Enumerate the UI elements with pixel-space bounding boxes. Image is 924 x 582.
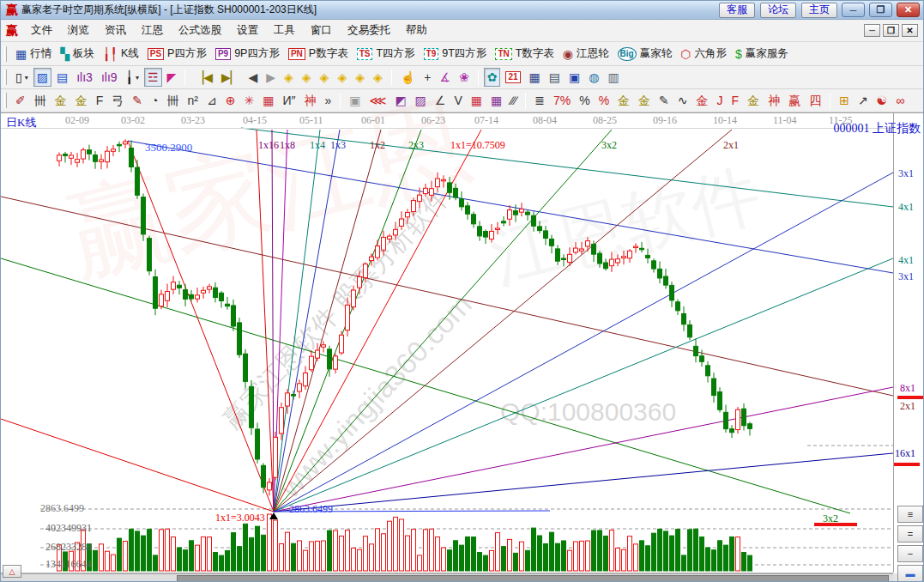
menu-item-公式选股[interactable]: 公式选股: [171, 21, 229, 40]
menu-item-帮助[interactable]: 帮助: [398, 21, 435, 40]
purple-bars-3-button[interactable]: ılı3: [73, 68, 96, 87]
notepad-button[interactable]: ▤: [546, 68, 564, 87]
menu-item-浏览[interactable]: 浏览: [60, 21, 97, 40]
t-square-button[interactable]: TST四方形: [353, 45, 419, 64]
pane-max-button[interactable]: ≡: [897, 506, 923, 523]
candle-style-dropdown-button[interactable]: ╽▾: [123, 68, 142, 87]
gann-fence-button[interactable]: 卌: [31, 91, 50, 110]
pane-mid-button[interactable]: =: [897, 525, 923, 543]
gann-fence-gold-2-button[interactable]: 金: [72, 91, 91, 110]
period-dropdown-button[interactable]: ▯▾: [12, 68, 32, 87]
first-page-button[interactable]: ▕◀: [190, 68, 216, 87]
map-region-button[interactable]: ▨: [33, 68, 51, 87]
menu-item-工具[interactable]: 工具: [266, 21, 303, 40]
taiji-button[interactable]: ☯: [873, 91, 891, 110]
quotes-button[interactable]: ▦行情: [12, 45, 55, 64]
sectors-button[interactable]: ▚板块: [57, 45, 98, 64]
angle-win-button[interactable]: 赢: [785, 91, 804, 110]
volume-flag-button[interactable]: ◤: [164, 68, 180, 87]
gold-bars-button[interactable]: 金: [635, 91, 654, 110]
angle-gold-button[interactable]: 金: [744, 91, 763, 110]
child-close-button[interactable]: ✕: [902, 24, 918, 37]
brain-tool-button[interactable]: ✿: [484, 68, 501, 87]
angle-god-button[interactable]: 神: [764, 91, 783, 110]
flower-tool-button[interactable]: ❀: [456, 68, 473, 87]
angle-four-button[interactable]: 四: [806, 91, 824, 110]
angle-f-button[interactable]: F: [728, 91, 743, 110]
period-dropdown-dropdown-icon[interactable]: ▾: [25, 74, 28, 82]
percent-7-button[interactable]: 7%: [550, 91, 574, 110]
pane-min-button[interactable]: −: [897, 545, 923, 562]
menu-item-江恩[interactable]: 江恩: [134, 21, 171, 40]
pen-fence-button[interactable]: ✎: [129, 91, 146, 110]
main-diagram-button[interactable]: ☲: [144, 68, 162, 87]
diamond-right-button[interactable]: ◈: [299, 68, 315, 87]
home-button[interactable]: 主页: [801, 3, 837, 18]
diamond-cross-button[interactable]: ◈: [317, 68, 333, 87]
kline-button[interactable]: ╽╿K线: [100, 45, 142, 64]
gold-red-line-button[interactable]: 金: [693, 91, 712, 110]
t-number-table-button[interactable]: TNT数字表: [492, 45, 557, 64]
child-restore-button[interactable]: ❐: [883, 24, 899, 37]
compass-circle-button[interactable]: ◔: [148, 91, 161, 110]
t9-square-button[interactable]: T99T四方形: [420, 45, 491, 64]
menu-item-文件[interactable]: 文件: [23, 21, 60, 40]
candle-style-dropdown-dropdown-icon[interactable]: ▾: [136, 74, 139, 82]
volume-collapse-button[interactable]: △: [3, 565, 21, 578]
save-disk-button[interactable]: ▣: [565, 68, 583, 87]
export-globe-button[interactable]: ◍: [585, 68, 602, 87]
gold-circle-button[interactable]: 金: [614, 91, 633, 110]
menu-item-资讯[interactable]: 资讯: [97, 21, 134, 40]
chart-region[interactable]: 赢家江恩软件 股票分析软件www.yingjia360.comQQ:100800…: [1, 112, 924, 582]
child-minimize-button[interactable]: ─: [864, 24, 880, 37]
pane-slider-button[interactable]: ▬: [897, 565, 923, 582]
menu-item-交易委托[interactable]: 交易委托: [340, 21, 398, 40]
calculator-button[interactable]: ▦: [526, 68, 544, 87]
angle-a-button[interactable]: ⊿: [203, 91, 220, 110]
angle-j-button[interactable]: J: [714, 91, 727, 110]
prev-page-button[interactable]: ◀: [245, 68, 261, 87]
menu-item-窗口[interactable]: 窗口: [303, 21, 340, 40]
grid-target-button[interactable]: ▦: [259, 91, 277, 110]
grid-red-2-button[interactable]: ▦: [487, 91, 505, 110]
starburst-button[interactable]: ✳: [240, 91, 257, 110]
p-number-table-button[interactable]: PNP数字表: [285, 45, 352, 64]
minimize-button[interactable]: ─: [842, 3, 865, 17]
scrollbar-thumb[interactable]: [177, 575, 889, 582]
candle-pen-button[interactable]: ✎: [655, 91, 673, 110]
mini-chart-button[interactable]: ↗: [855, 91, 872, 110]
purple-bars-9-button[interactable]: ılı9: [98, 68, 121, 87]
horizontal-scrollbar[interactable]: [1, 573, 893, 582]
ratio-bars-button[interactable]: ≣: [531, 91, 548, 110]
info-list-button[interactable]: ▤: [53, 68, 71, 87]
p-square-button[interactable]: PSP四方形: [144, 45, 210, 64]
fence-small-button[interactable]: 卌: [164, 91, 183, 110]
winner-wheel-button[interactable]: Big赢家轮: [614, 45, 676, 64]
forum-button[interactable]: 论坛: [760, 3, 796, 18]
circle-cross-button[interactable]: ⊕: [222, 91, 239, 110]
winner-service-button[interactable]: $赢家服务: [732, 45, 792, 64]
percent-button[interactable]: %: [576, 91, 593, 110]
infinity-button[interactable]: ∞: [892, 91, 908, 110]
p9-square-button[interactable]: P99P四方形: [212, 45, 283, 64]
diamond-expand-button[interactable]: ◈: [334, 68, 350, 87]
grid-yellow-button[interactable]: ⊞: [836, 91, 853, 110]
gann-wheel-button[interactable]: ◉江恩轮: [559, 45, 613, 64]
percent-line-button[interactable]: %: [595, 91, 613, 110]
next-page-button[interactable]: ▶: [263, 68, 279, 87]
gann-fence-gold-button[interactable]: 金: [51, 91, 70, 110]
close-button[interactable]: ✕: [897, 3, 920, 17]
pause-k-button[interactable]: И″: [279, 91, 299, 110]
calendar-21-button[interactable]: 21: [502, 68, 523, 87]
pc-export-button[interactable]: ▥: [604, 68, 622, 87]
wave-a-button[interactable]: ∿: [674, 91, 691, 110]
fence-f-button[interactable]: F: [93, 91, 107, 110]
diamond-compress-button[interactable]: ◈: [352, 68, 368, 87]
fence-n2-button[interactable]: n²: [184, 91, 202, 110]
candlestick-chart[interactable]: [1, 112, 924, 582]
last-page-button[interactable]: ▶▏: [218, 68, 244, 87]
diamond-full-button[interactable]: ◈: [370, 68, 386, 87]
customer-service-button[interactable]: 客服: [719, 3, 755, 18]
menu-item-设置[interactable]: 设置: [229, 21, 266, 40]
brush-pen-button[interactable]: ✐: [12, 91, 29, 110]
